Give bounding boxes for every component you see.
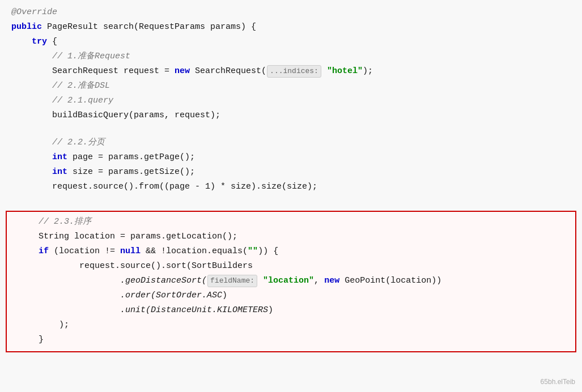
indent	[18, 230, 39, 243]
method-geo: .geoDistanceSort(	[120, 274, 207, 287]
indent	[11, 94, 52, 107]
method-name: search(RequestParams params) {	[103, 20, 256, 33]
keyword-if: if	[39, 245, 54, 258]
code-line: // 1.准备Request	[0, 50, 582, 65]
code	[258, 274, 263, 287]
watermark: 65bh.elTeib	[541, 377, 575, 387]
code-line: request.source().from((page - 1) * size)…	[0, 180, 582, 195]
brace: {	[52, 35, 57, 48]
keyword-new: new	[175, 65, 195, 78]
code-line: // 2.2.分页	[0, 136, 582, 151]
code: )	[222, 289, 227, 302]
annotation: @Override	[11, 6, 57, 19]
code-line: int page = params.getPage();	[0, 151, 582, 165]
code-line: request.source().sort(SortBuilders	[12, 259, 570, 274]
code: && !location.equals(	[146, 245, 248, 258]
indent	[18, 245, 39, 258]
code-line: buildBasicQuery(params, request);	[0, 109, 582, 123]
keyword-int-2: int	[52, 165, 67, 178]
string-location: "location"	[263, 274, 314, 287]
code-line: .unit(DistanceUnit. KILOMETERS )	[12, 304, 570, 318]
comment-2: // 2.准备DSL	[52, 79, 110, 92]
code-line: public PageResult search(RequestParams p…	[0, 20, 582, 35]
indent	[18, 333, 39, 346]
highlight-section: // 2.3.排序 String location = params.getLo…	[6, 211, 576, 352]
string-hotel: "hotel"	[327, 65, 363, 78]
keyword-public: public	[11, 20, 47, 33]
code-line: SearchRequest request = new SearchReques…	[0, 65, 582, 79]
indent	[11, 35, 32, 48]
field-km: KILOMETERS	[217, 304, 268, 317]
return-type: PageResult	[47, 20, 103, 33]
code: page = params.getPage();	[67, 151, 195, 164]
code: )) {	[258, 245, 278, 258]
indent	[11, 50, 52, 63]
code: SearchRequest(	[195, 65, 266, 78]
param-hint-field: fieldName:	[207, 275, 257, 287]
code: SearchRequest request =	[52, 65, 175, 78]
indent	[18, 318, 59, 331]
code-line: );	[12, 318, 570, 333]
code-line-empty-2	[0, 195, 582, 207]
comment-3: // 2.1.query	[52, 94, 113, 107]
code-line: }	[12, 333, 570, 348]
code: (location !=	[54, 245, 120, 258]
code-line-empty	[0, 123, 582, 136]
code-line: int size = params.getSize();	[0, 165, 582, 180]
code-line: @Override	[0, 6, 582, 20]
code: GeoPoint(location))	[345, 274, 441, 287]
code-line: // 2.1.query	[0, 94, 582, 109]
indent	[18, 289, 120, 302]
keyword-null: null	[120, 245, 146, 258]
string-empty: ""	[248, 245, 258, 258]
indent	[11, 79, 52, 92]
code-line: try {	[0, 35, 582, 50]
indent	[18, 304, 120, 317]
indent	[18, 259, 79, 272]
code-line: .order(SortOrder. ASC )	[12, 289, 570, 304]
indent	[18, 215, 39, 228]
code-line: // 2.3.排序	[12, 215, 570, 230]
keyword-try: try	[32, 35, 52, 48]
keyword-new-2: new	[324, 274, 345, 287]
code: buildBasicQuery(params, request);	[52, 109, 220, 122]
code: request.source().sort(SortBuilders	[79, 259, 253, 272]
indent	[11, 109, 52, 122]
keyword-int-1: int	[52, 151, 67, 164]
code-line: String location = params.getLocation();	[12, 230, 570, 245]
indent	[11, 180, 52, 193]
code-line: if (location != null && !location.equals…	[12, 245, 570, 259]
code: )	[268, 304, 273, 317]
closing-brace: }	[39, 333, 44, 346]
field-asc: ASC	[207, 289, 222, 302]
indent	[11, 151, 52, 164]
indent	[11, 136, 52, 149]
method-order: .order(SortOrder.	[120, 289, 207, 302]
comment-1: // 1.准备Request	[52, 50, 130, 63]
indent	[11, 165, 52, 178]
code	[322, 65, 327, 78]
code: );	[363, 65, 373, 78]
code: String location = params.getLocation();	[39, 230, 237, 243]
code: request.source().from((page - 1) * size)…	[52, 180, 317, 193]
code-container: @Override public PageResult search(Reque…	[0, 0, 582, 392]
code-line: // 2.准备DSL	[0, 79, 582, 94]
indent	[18, 274, 120, 287]
method-unit: .unit(DistanceUnit.	[120, 304, 217, 317]
param-hint: ...indices:	[267, 65, 321, 78]
code-line: .geoDistanceSort( fieldName: "location" …	[12, 274, 570, 289]
code: size = params.getSize();	[67, 165, 195, 178]
code: );	[59, 318, 69, 331]
comment-sort: // 2.3.排序	[39, 215, 91, 228]
code: ,	[314, 274, 324, 287]
indent	[11, 65, 52, 78]
comment-4: // 2.2.分页	[52, 136, 105, 149]
